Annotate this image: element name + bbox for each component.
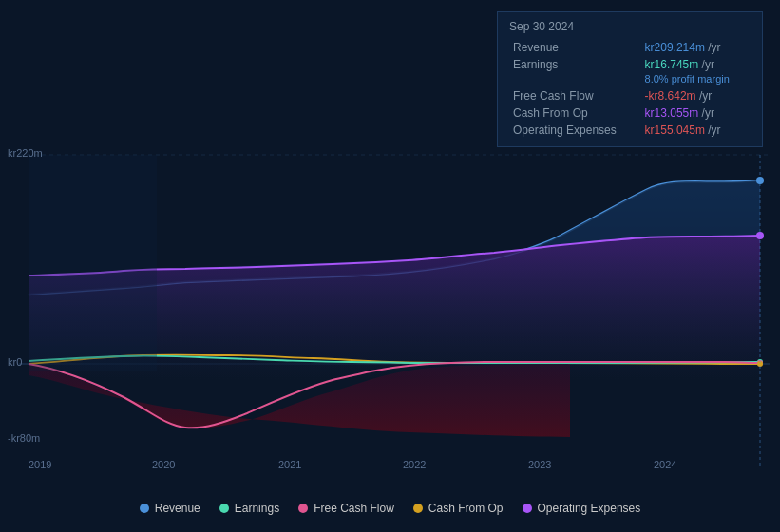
- x-label-2023: 2023: [528, 459, 551, 470]
- margin-row: 8.0% profit margin: [509, 73, 751, 87]
- margin-value: 8.0% profit margin: [641, 73, 751, 87]
- y-label-neg80: -kr80m: [8, 432, 40, 444]
- x-label-2022: 2022: [403, 459, 426, 470]
- earnings-value: kr16.745m /yr: [641, 56, 751, 73]
- tooltip-title: Sep 30 2024: [509, 20, 751, 33]
- legend-fcf[interactable]: Free Cash Flow: [298, 502, 394, 515]
- cashfromop-row: Cash From Op kr13.055m /yr: [509, 104, 751, 122]
- revenue-row: Revenue kr209.214m /yr: [509, 39, 751, 56]
- chart-legend: Revenue Earnings Free Cash Flow Cash Fro…: [0, 484, 780, 532]
- cashfromop-legend-label: Cash From Op: [428, 502, 504, 515]
- opex-label: Operating Expenses: [509, 122, 641, 139]
- fcf-legend-label: Free Cash Flow: [314, 502, 394, 515]
- cashfromop-legend-dot: [413, 504, 423, 513]
- opex-row: Operating Expenses kr155.045m /yr: [509, 122, 751, 139]
- fcf-legend-dot: [298, 504, 308, 513]
- revenue-label: Revenue: [509, 39, 641, 56]
- cashfromop-label: Cash From Op: [509, 104, 641, 122]
- revenue-value: kr209.214m /yr: [641, 39, 751, 56]
- legend-opex[interactable]: Operating Expenses: [523, 502, 641, 515]
- earnings-legend-dot: [219, 504, 229, 513]
- data-tooltip: Sep 30 2024 Revenue kr209.214m /yr Earni…: [497, 11, 763, 147]
- fcf-label: Free Cash Flow: [509, 87, 641, 104]
- margin-label: [509, 73, 641, 87]
- opex-legend-label: Operating Expenses: [538, 502, 641, 515]
- band-overlay: [29, 155, 157, 370]
- opex-legend-dot: [523, 504, 532, 513]
- legend-revenue[interactable]: Revenue: [140, 502, 200, 515]
- revenue-legend-label: Revenue: [155, 502, 200, 515]
- x-label-2021: 2021: [278, 459, 301, 470]
- earnings-label: Earnings: [509, 56, 641, 73]
- y-label-0: kr0: [8, 356, 22, 368]
- earnings-row: Earnings kr16.745m /yr: [509, 56, 751, 73]
- y-label-220: kr220m: [8, 147, 43, 159]
- x-label-2024: 2024: [654, 459, 676, 470]
- earnings-legend-label: Earnings: [235, 502, 279, 515]
- legend-cashfromop[interactable]: Cash From Op: [413, 502, 504, 515]
- cashfromop-value: kr13.055m /yr: [641, 104, 751, 122]
- fcf-value: -kr8.642m /yr: [641, 87, 751, 104]
- x-label-2019: 2019: [29, 459, 51, 470]
- opex-value: kr155.045m /yr: [641, 122, 751, 139]
- x-label-2020: 2020: [152, 459, 175, 470]
- legend-earnings[interactable]: Earnings: [219, 502, 279, 515]
- revenue-legend-dot: [140, 504, 149, 513]
- fcf-row: Free Cash Flow -kr8.642m /yr: [509, 87, 751, 104]
